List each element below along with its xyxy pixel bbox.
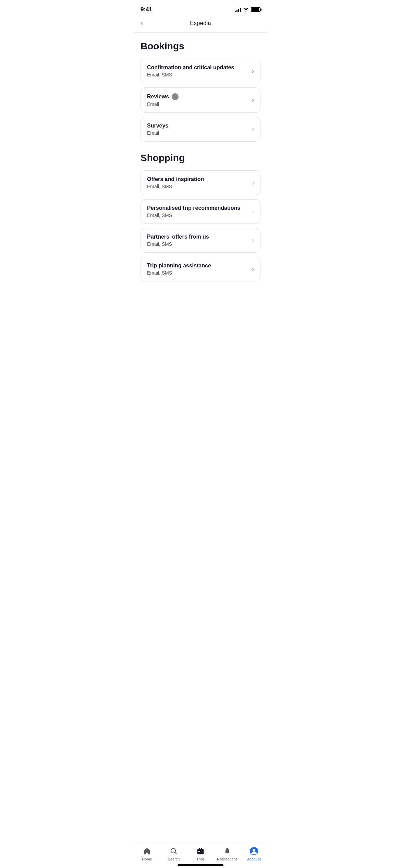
list-item-surveys-title: Surveys xyxy=(147,123,252,129)
list-item-confirmation-content: Confirmation and critical updates Email,… xyxy=(147,64,252,77)
list-item-trip-planning-content: Trip planning assistance Email, SMS xyxy=(147,263,252,276)
list-item-reviews-content: Reviews Email xyxy=(147,93,252,107)
list-item-offers-subtitle: Email, SMS xyxy=(147,184,252,189)
list-item-offers-content: Offers and inspiration Email, SMS xyxy=(147,176,252,189)
status-icons xyxy=(235,7,260,12)
list-item-personalised-title: Personalised trip recommendations xyxy=(147,205,252,211)
chevron-right-icon: › xyxy=(252,179,254,186)
list-item-trip-planning-title: Trip planning assistance xyxy=(147,263,252,269)
nav-header: ‹ Expedia xyxy=(134,17,267,33)
nav-title: Expedia xyxy=(190,20,211,27)
chevron-right-icon: › xyxy=(252,68,254,75)
list-item-reviews-subtitle: Email xyxy=(147,101,252,107)
bookings-section-title: Bookings xyxy=(141,41,260,52)
status-bar: 9:41 xyxy=(134,0,267,17)
list-item-confirmation[interactable]: Confirmation and critical updates Email,… xyxy=(141,59,260,83)
list-item-partners[interactable]: Partners' offers from us Email, SMS › xyxy=(141,228,260,253)
list-item-surveys-subtitle: Email xyxy=(147,130,252,136)
list-item-offers[interactable]: Offers and inspiration Email, SMS › xyxy=(141,170,260,195)
list-item-confirmation-subtitle: Email, SMS xyxy=(147,72,252,77)
bookings-section: Bookings Confirmation and critical updat… xyxy=(141,41,260,142)
list-item-trip-planning[interactable]: Trip planning assistance Email, SMS › xyxy=(141,257,260,281)
list-item-surveys[interactable]: Surveys Email › xyxy=(141,117,260,142)
list-item-surveys-content: Surveys Email xyxy=(147,123,252,136)
chevron-right-icon: › xyxy=(252,126,254,133)
badge-dot xyxy=(172,93,179,100)
chevron-right-icon: › xyxy=(252,237,254,244)
list-item-personalised-content: Personalised trip recommendations Email,… xyxy=(147,205,252,218)
list-item-reviews[interactable]: Reviews Email › xyxy=(141,87,260,113)
wifi-icon xyxy=(243,8,249,12)
shopping-section: Shopping Offers and inspiration Email, S… xyxy=(141,153,260,281)
chevron-right-icon: › xyxy=(252,97,254,104)
main-content: Bookings Confirmation and critical updat… xyxy=(134,33,267,327)
status-time: 9:41 xyxy=(141,6,152,13)
chevron-right-icon: › xyxy=(252,208,254,215)
battery-icon xyxy=(251,7,260,12)
list-item-trip-planning-subtitle: Email, SMS xyxy=(147,270,252,276)
list-item-offers-title: Offers and inspiration xyxy=(147,176,252,182)
shopping-section-title: Shopping xyxy=(141,153,260,164)
signal-icon xyxy=(235,7,241,12)
chevron-right-icon: › xyxy=(252,266,254,273)
list-item-partners-title: Partners' offers from us xyxy=(147,234,252,240)
list-item-personalised[interactable]: Personalised trip recommendations Email,… xyxy=(141,199,260,224)
list-item-reviews-title: Reviews xyxy=(147,93,252,100)
list-item-partners-content: Partners' offers from us Email, SMS xyxy=(147,234,252,247)
back-button[interactable]: ‹ xyxy=(141,19,143,28)
list-item-confirmation-title: Confirmation and critical updates xyxy=(147,64,252,71)
list-item-personalised-subtitle: Email, SMS xyxy=(147,213,252,218)
list-item-partners-subtitle: Email, SMS xyxy=(147,241,252,247)
